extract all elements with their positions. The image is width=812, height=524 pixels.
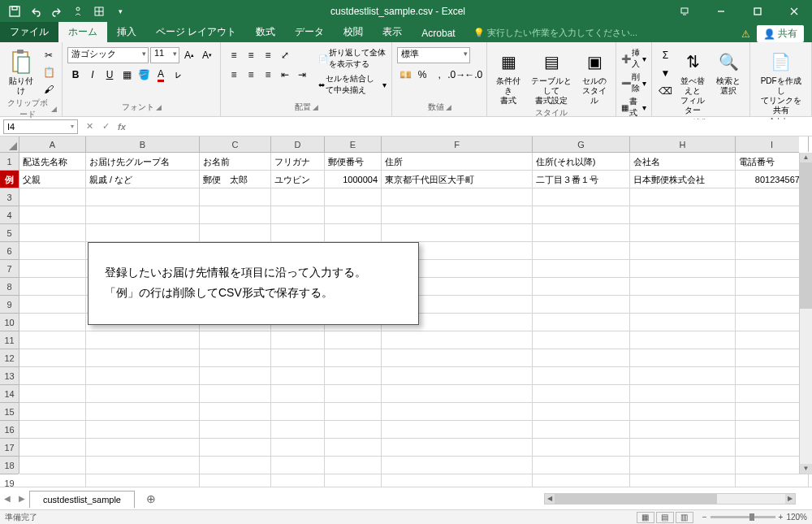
cell[interactable] (325, 349, 382, 367)
cell[interactable] (533, 385, 630, 403)
increase-decimal-icon[interactable]: .0→ (448, 67, 464, 83)
tell-me-input[interactable]: 💡 実行したい作業を入力してください... (465, 24, 646, 42)
cell[interactable] (325, 188, 382, 206)
cell[interactable] (325, 331, 382, 349)
zoom-slider[interactable] (710, 516, 775, 518)
scroll-thumb[interactable] (800, 162, 812, 309)
cell[interactable] (19, 188, 86, 206)
cell[interactable] (533, 367, 630, 385)
align-left-icon[interactable]: ≡ (226, 67, 242, 83)
col-header[interactable]: J (809, 136, 812, 152)
border-icon[interactable]: ▦ (119, 67, 135, 83)
cell[interactable] (86, 385, 200, 403)
cell[interactable]: 東京都千代田区大手町 (382, 171, 533, 188)
cell[interactable] (533, 314, 630, 331)
col-header[interactable]: C (200, 136, 271, 152)
cell[interactable] (86, 474, 200, 487)
row-header[interactable]: 1 (0, 153, 19, 171)
cell[interactable] (736, 224, 809, 242)
cell[interactable]: 日本郵便株式会社 (630, 171, 736, 188)
cell[interactable] (19, 260, 86, 278)
cell[interactable]: お届け先グループ名 (86, 153, 200, 171)
sort-filter-button[interactable]: ⇅並べ替えと フィルター (676, 47, 709, 117)
cell[interactable]: 1000004 (325, 171, 382, 188)
tab-view[interactable]: 表示 (373, 22, 412, 42)
cell[interactable] (325, 367, 382, 385)
italic-button[interactable]: I (84, 67, 101, 83)
cell[interactable] (736, 206, 809, 224)
cell[interactable] (200, 403, 271, 421)
cell[interactable] (736, 474, 809, 487)
cell[interactable]: 住所 (382, 153, 533, 171)
increase-font-icon[interactable]: A▴ (181, 47, 197, 63)
cell[interactable] (630, 260, 736, 278)
cell[interactable] (736, 278, 809, 296)
cell[interactable] (86, 224, 200, 242)
warning-icon[interactable]: ⚠ (741, 28, 750, 40)
cell[interactable] (19, 385, 86, 403)
cell[interactable] (382, 224, 533, 242)
scroll-down-icon[interactable]: ▼ (800, 464, 812, 474)
undo-icon[interactable] (26, 2, 45, 21)
cell[interactable] (86, 349, 200, 367)
cell[interactable] (271, 349, 325, 367)
enter-formula-icon[interactable]: ✓ (97, 121, 114, 132)
tab-review[interactable]: 校閲 (334, 22, 373, 42)
decrease-indent-icon[interactable]: ⇤ (277, 67, 293, 83)
cell[interactable] (19, 474, 86, 487)
page-break-view-icon[interactable]: ▥ (676, 512, 693, 523)
col-header[interactable]: H (630, 136, 736, 152)
cell[interactable] (630, 331, 736, 349)
cell[interactable] (325, 385, 382, 403)
cell[interactable] (271, 457, 325, 474)
cell[interactable] (736, 385, 809, 403)
bold-button[interactable]: B (67, 67, 84, 83)
cell[interactable] (736, 421, 809, 439)
sheet-nav-prev-icon[interactable]: ◀ (0, 494, 15, 503)
cell[interactable] (271, 474, 325, 487)
cell[interactable] (382, 474, 533, 487)
cell[interactable] (533, 224, 630, 242)
cell[interactable] (736, 457, 809, 474)
cell[interactable] (86, 403, 200, 421)
cell[interactable] (86, 367, 200, 385)
cell[interactable] (630, 385, 736, 403)
page-layout-view-icon[interactable]: ▤ (656, 512, 674, 523)
cell[interactable] (19, 278, 86, 296)
cell[interactable] (200, 349, 271, 367)
number-format-select[interactable]: 標準 (397, 47, 470, 63)
tab-page-layout[interactable]: ページ レイアウト (146, 22, 246, 42)
cell[interactable] (19, 206, 86, 224)
cell[interactable] (630, 278, 736, 296)
cell[interactable] (19, 349, 86, 367)
cell[interactable] (630, 403, 736, 421)
cell[interactable] (19, 224, 86, 242)
insert-function-icon[interactable]: fx (114, 122, 130, 132)
cell[interactable] (271, 439, 325, 457)
cell[interactable] (86, 457, 200, 474)
cell[interactable] (19, 367, 86, 385)
font-name-select[interactable]: 游ゴシック (67, 47, 149, 63)
currency-icon[interactable]: 💴 (397, 67, 413, 83)
cell-styles-button[interactable]: ▣セルの スタイル (578, 47, 611, 107)
sheet-tab[interactable]: custdestlist_sample (29, 491, 135, 508)
cell[interactable] (200, 474, 271, 487)
align-bottom-icon[interactable]: ≡ (260, 47, 276, 63)
cell[interactable] (271, 385, 325, 403)
alignment-launcher[interactable]: ◢ (313, 103, 318, 111)
cell[interactable] (382, 331, 533, 349)
paste-button[interactable]: 貼り付け (5, 47, 37, 97)
cell[interactable] (736, 367, 809, 385)
row-header[interactable]: 6 (0, 242, 19, 260)
cell[interactable] (736, 331, 809, 349)
cell[interactable] (271, 403, 325, 421)
format-painter-icon[interactable]: 🖌 (41, 81, 57, 97)
cell[interactable] (630, 474, 736, 487)
cell[interactable]: 会社名 (630, 153, 736, 171)
cell[interactable] (271, 188, 325, 206)
cell[interactable] (736, 260, 809, 278)
zoom-out-icon[interactable]: − (702, 513, 707, 522)
row-header[interactable]: 14 (0, 385, 19, 403)
scroll-up-icon[interactable]: ▲ (800, 153, 812, 162)
horizontal-scrollbar[interactable]: ◀ ▶ (544, 493, 796, 505)
